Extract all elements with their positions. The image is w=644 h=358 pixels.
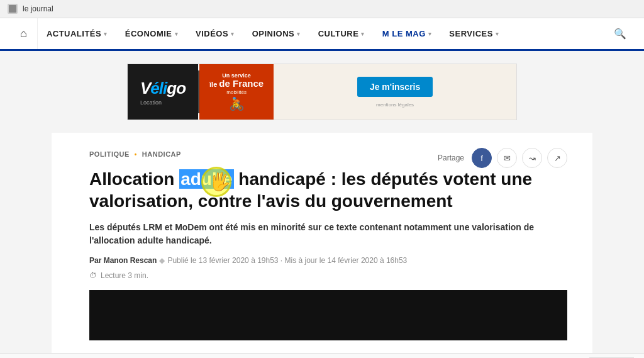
browser-favicon [8,4,18,14]
reading-time: ⏱ Lecture 3 min. [89,271,567,280]
browser-bar: le journal [0,0,644,18]
ad-right: Je m'inscris mentions légales [274,64,516,120]
navbar: ⌂ ACTUALITÉS ▾ ÉCONOMIE ▾ VIDÉOS ▾ OPINI… [0,18,644,51]
article-image [89,290,567,340]
home-button[interactable]: ⌂ [10,18,38,49]
search-icon: 🔍 [614,28,626,40]
tag-handicap[interactable]: HANDICAP [142,150,181,158]
ad-veligo-logo: Véligo Location [140,79,186,106]
chevron-down-icon: ▾ [175,31,179,37]
share-email-button[interactable]: ✉ [497,148,517,168]
article-wrapper: Partage f ✉ ↝ ↗ POLITIQUE • HANDICAP All… [52,133,592,353]
browser-title: le journal [23,4,53,13]
nav-item-services[interactable]: SERVICES ▾ [440,18,508,49]
share-more-button[interactable]: ↗ [547,148,567,168]
article-container: Partage f ✉ ↝ ↗ POLITIQUE • HANDICAP All… [89,150,567,340]
article-meta: Par Manon Rescan ◆ Publié le 13 février … [89,256,567,265]
article-title: Allocation adulte handicapé : les député… [89,168,567,212]
chevron-down-icon: ▾ [231,31,235,37]
ad-idf-person-icon: 🚴 [229,96,245,111]
article-tags: POLITIQUE • HANDICAP [89,150,438,158]
chevron-down-icon: ▾ [361,31,365,37]
ad-idf: Un service île de France mobilités 🚴 [199,64,274,120]
ad-banner[interactable]: Véligo Location Un service île de France… [127,64,517,120]
ad-cta-button[interactable]: Je m'inscris [357,77,433,97]
tag-separator: • [135,151,137,158]
tag-politique[interactable]: POLITIQUE [89,150,130,158]
share-label: Partage [438,154,464,162]
nav-item-opinions[interactable]: OPINIONS ▾ [243,18,309,49]
nav-items: ACTUALITÉS ▾ ÉCONOMIE ▾ VIDÉOS ▾ OPINION… [38,18,606,49]
meta-dot: ◆ [159,256,165,265]
ad-left: Véligo Location [128,64,198,120]
article-published: Publié le 13 février 2020 à 19h53 · Mis … [167,256,407,265]
article-subtitle: Les députés LRM et MoDem ont été mis en … [89,221,567,247]
reading-time-label: Lecture 3 min. [101,271,148,280]
nav-item-actualites[interactable]: ACTUALITÉS ▾ [38,18,116,49]
svg-rect-0 [9,5,16,13]
ad-idf-mobilites: mobilités [226,89,247,95]
share-messenger-button[interactable]: ↝ [522,148,542,168]
search-button[interactable]: 🔍 [606,18,634,49]
chevron-down-icon: ▾ [428,31,432,37]
nav-item-mlemag[interactable]: M LE MAG ▾ [374,18,441,49]
title-part1: Allocation [89,169,179,189]
nav-item-culture[interactable]: CULTURE ▾ [309,18,374,49]
share-facebook-button[interactable]: f [472,148,492,168]
ad-idf-name: île de France [209,79,264,89]
ad-legal: mentions légales [376,102,414,108]
nav-item-economie[interactable]: ÉCONOMIE ▾ [116,18,187,49]
ad-container: Véligo Location Un service île de France… [0,51,644,133]
chevron-down-icon: ▾ [496,31,499,37]
article-author[interactable]: Par Manon Rescan [89,256,157,265]
clock-icon: ⏱ [89,271,97,280]
share-bar: Partage f ✉ ↝ ↗ [438,148,567,168]
chevron-down-icon: ▾ [104,31,108,37]
footer-bar: de.fr/politique/article/2020/02/13/l-ass… [0,353,644,358]
home-icon: ⌂ [20,27,27,40]
title-highlight: adulte [179,169,233,189]
nav-item-videos[interactable]: VIDÉOS ▾ [187,18,243,49]
chevron-down-icon: ▾ [297,31,301,37]
ad-location-label: Location [140,99,186,106]
